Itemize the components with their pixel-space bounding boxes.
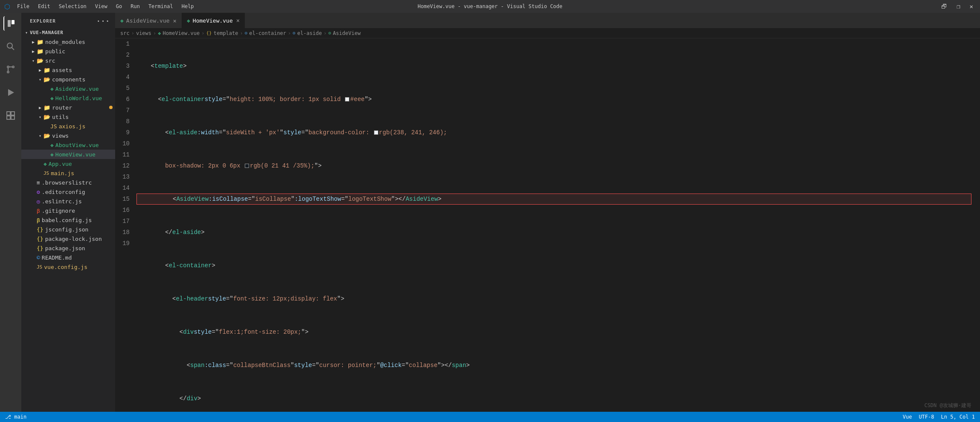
title-bar: ⬡ File Edit Selection View Go Run Termin… xyxy=(0,0,980,13)
sidebar-item-packagejson[interactable]: {} package.json xyxy=(21,243,115,253)
sidebar-item-src[interactable]: ▾ 📂 src xyxy=(21,56,115,65)
sidebar-item-aboutview[interactable]: ❖ AboutView.vue xyxy=(21,140,115,150)
code-editor[interactable]: 1 2 3 4 5 6 7 8 9 10 11 12 13 14 15 16 1… xyxy=(115,38,980,412)
md-file-icon: © xyxy=(37,254,40,261)
sidebar-item-node-modules[interactable]: ▶ 📁 node_modules xyxy=(21,37,115,46)
sidebar-item-asideview[interactable]: ❖ AsideView.vue xyxy=(21,84,115,93)
breadcrumb-src[interactable]: src xyxy=(120,30,130,36)
helloworld-label: HelloWorld.vue xyxy=(55,95,102,101)
sidebar-item-browserslistrc[interactable]: ≡ .browserslistrc xyxy=(21,178,115,187)
menu-edit[interactable]: Edit xyxy=(35,3,54,10)
sidebar-item-editorconfig[interactable]: ⚙ .editorconfig xyxy=(21,187,115,197)
svg-rect-1 xyxy=(12,20,14,24)
views-label: views xyxy=(52,133,69,139)
status-cursor: Ln 5, Col 1 xyxy=(941,414,975,420)
extensions-activity-icon[interactable] xyxy=(3,108,18,123)
json-file-icon: {} xyxy=(37,236,43,242)
breadcrumb: src › views › ❖ HomeView.vue › {} templa… xyxy=(115,28,980,38)
readme-label: README.md xyxy=(42,254,72,261)
source-control-activity-icon[interactable] xyxy=(3,62,18,77)
modified-indicator xyxy=(109,106,113,109)
editorconfig-label: .editorconfig xyxy=(42,189,85,195)
folder-arrow-icon: ▶ xyxy=(30,48,37,55)
tab-homeview[interactable]: ❖ HomeView.vue × xyxy=(182,13,245,28)
folder-open-icon: 📂 xyxy=(37,58,43,64)
menu-help[interactable]: Help xyxy=(178,3,197,10)
vueconfigjs-label: vue.config.js xyxy=(44,264,87,270)
menu-terminal[interactable]: Terminal xyxy=(145,3,177,10)
asideview-label: AsideView.vue xyxy=(55,86,99,92)
sidebar-item-gitignore[interactable]: β .gitignore xyxy=(21,206,115,215)
babel-file-icon: β xyxy=(37,217,40,223)
sidebar-item-axios[interactable]: JS axios.js xyxy=(21,121,115,131)
json-file-icon: {} xyxy=(37,245,43,251)
minimize-button[interactable]: 🗗 xyxy=(939,2,950,11)
spacer-icon xyxy=(43,123,50,130)
breadcrumb-component-icon: ⊙ xyxy=(328,30,331,36)
spacer-icon xyxy=(30,254,37,261)
sidebar-item-readme[interactable]: © README.md xyxy=(21,253,115,262)
menu-view[interactable]: View xyxy=(92,3,111,10)
tab-homeview-close-button[interactable]: × xyxy=(236,17,240,24)
sidebar-item-helloworld[interactable]: ❖ HelloWorld.vue xyxy=(21,93,115,103)
mainjs-label: main.js xyxy=(51,170,74,176)
search-activity-icon[interactable] xyxy=(3,39,18,54)
sidebar-item-eslintrc[interactable]: ◎ .eslintrc.js xyxy=(21,197,115,206)
vue-file-icon: ❖ xyxy=(50,151,54,158)
code-line-1: <template> xyxy=(136,61,971,72)
status-bar: ⎇ main Vue UTF-8 Ln 5, Col 1 xyxy=(0,412,980,422)
tab-bar: ❖ AsideView.vue × ❖ HomeView.vue × xyxy=(115,13,980,28)
breadcrumb-views[interactable]: views xyxy=(136,30,151,36)
sidebar-item-router[interactable]: ▶ 📁 router xyxy=(21,103,115,112)
maximize-button[interactable]: ❐ xyxy=(954,2,963,11)
menu-selection[interactable]: Selection xyxy=(55,3,90,10)
run-activity-icon[interactable] xyxy=(3,85,18,100)
spacer-icon xyxy=(30,198,37,205)
sidebar-item-packagelock[interactable]: {} package-lock.json xyxy=(21,234,115,243)
sidebar-item-mainjs[interactable]: JS main.js xyxy=(21,168,115,178)
menu-file[interactable]: File xyxy=(14,3,33,10)
spacer-icon xyxy=(30,226,37,233)
status-right: Vue UTF-8 Ln 5, Col 1 xyxy=(903,414,975,420)
folder-open-icon: 📂 xyxy=(43,114,50,120)
breadcrumb-el-aside[interactable]: el-aside xyxy=(297,30,322,36)
sidebar-item-public[interactable]: ▶ 📁 public xyxy=(21,46,115,56)
folder-arrow-icon: ▶ xyxy=(37,104,43,111)
vue-file-icon: ❖ xyxy=(43,161,47,167)
code-line-4: box-shadow: 2px 0 6px rgb(0 21 41 /35%);… xyxy=(136,160,971,171)
js-file-icon: JS xyxy=(50,123,57,130)
menu-go[interactable]: Go xyxy=(113,3,125,10)
spacer-icon xyxy=(30,188,37,195)
sidebar: EXPLORER ··· ▾ VUE-MANAGER ▶ 📁 node_modu… xyxy=(21,13,115,412)
axios-label: axios.js xyxy=(59,123,86,130)
explorer-icon[interactable] xyxy=(3,16,18,31)
sidebar-item-components[interactable]: ▾ 📂 components xyxy=(21,75,115,84)
appvue-label: App.vue xyxy=(49,161,72,167)
breadcrumb-asideview[interactable]: AsideView xyxy=(333,30,361,36)
sidebar-item-appvue[interactable]: ❖ App.vue xyxy=(21,159,115,168)
sidebar-item-utils[interactable]: ▾ 📂 utils xyxy=(21,112,115,121)
breadcrumb-sep-4: › xyxy=(240,30,243,36)
vue-tab-icon: ❖ xyxy=(187,17,190,24)
breadcrumb-el-container[interactable]: el-container xyxy=(249,30,286,36)
breadcrumb-template[interactable]: template xyxy=(214,30,238,36)
sidebar-more-button[interactable]: ··· xyxy=(96,17,110,25)
src-label: src xyxy=(45,58,55,64)
sidebar-item-assets[interactable]: ▶ 📁 assets xyxy=(21,65,115,75)
sidebar-item-views[interactable]: ▾ 📂 views xyxy=(21,131,115,140)
tab-asideview-close-button[interactable]: × xyxy=(173,17,177,24)
tab-asideview[interactable]: ❖ AsideView.vue × xyxy=(115,13,182,28)
sidebar-item-vueconfigjs[interactable]: JS vue.config.js xyxy=(21,262,115,272)
folder-arrow-icon: ▶ xyxy=(30,38,37,45)
sidebar-item-babel[interactable]: β babel.config.js xyxy=(21,215,115,225)
root-folder[interactable]: ▾ VUE-MANAGER xyxy=(21,28,115,37)
breadcrumb-homeview[interactable]: HomeView.vue xyxy=(163,30,200,36)
close-button[interactable]: ✕ xyxy=(967,2,976,11)
status-language: Vue xyxy=(903,414,912,420)
code-content[interactable]: <template> <el-container style="height: … xyxy=(136,38,980,412)
sidebar-item-jsconfigjson[interactable]: {} jsconfig.json xyxy=(21,225,115,234)
sidebar-header: EXPLORER ··· xyxy=(21,13,115,28)
status-encoding: UTF-8 xyxy=(919,414,934,420)
sidebar-item-homeview[interactable]: ❖ HomeView.vue xyxy=(21,150,115,159)
menu-run[interactable]: Run xyxy=(127,3,143,10)
